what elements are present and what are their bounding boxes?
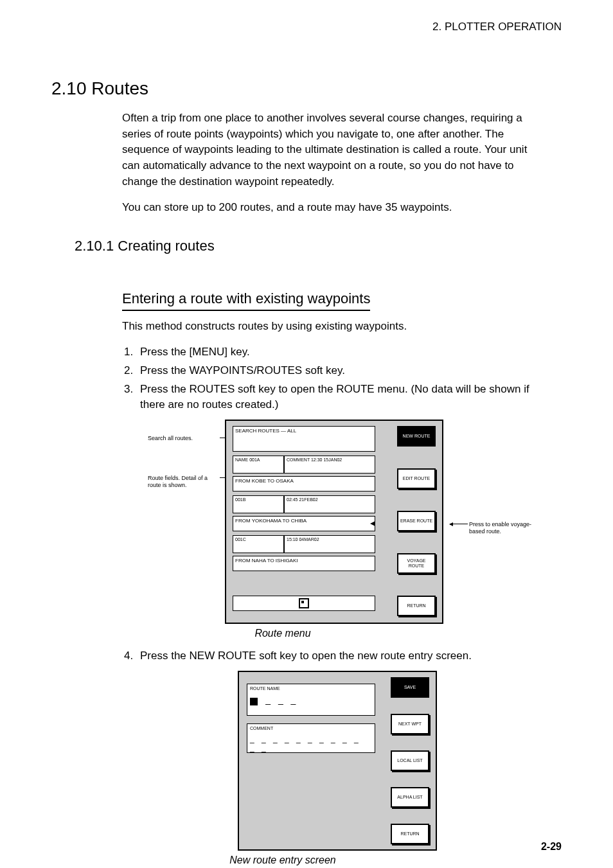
callout-voyage: Press to enable voyage-based route. bbox=[469, 521, 546, 535]
step-3: Press the ROUTES soft key to open the RO… bbox=[136, 382, 547, 413]
steps-list-cont: Press the NEW ROUTE soft key to open the… bbox=[122, 648, 547, 664]
route-comment: COMMENT 12:30 15JAN02 bbox=[284, 456, 375, 474]
step-4: Press the NEW ROUTE soft key to open the… bbox=[136, 648, 547, 664]
softkey-alpha-list[interactable]: ALPHA LIST bbox=[391, 787, 429, 808]
route-name-box[interactable]: ROUTE NAME _ _ _ bbox=[247, 684, 375, 716]
comment-box[interactable]: COMMENT _ _ _ _ _ _ _ _ _ _ _ _ bbox=[247, 723, 375, 753]
softkey-column: NEW ROUTE EDIT ROUTE ERASE ROUTE VOYAGE … bbox=[397, 426, 436, 616]
subsection-title: 2.10.1 Creating routes bbox=[75, 238, 562, 254]
route-detail-1: FROM KOBE TO OSAKA bbox=[233, 476, 375, 492]
figure2-caption: New route entry screen bbox=[122, 855, 443, 866]
softkey-local-list[interactable]: LOCAL LIST bbox=[391, 750, 429, 771]
steps-list: Press the [MENU] key. Press the WAYPOINT… bbox=[122, 344, 547, 413]
callout-route-fields: Route fields. Detail of a route is shown… bbox=[148, 475, 218, 489]
page: 2. PLOTTER OPERATION 2.10 Routes Often a… bbox=[0, 0, 613, 868]
softkey-next-wpt[interactable]: NEXT WPT bbox=[391, 714, 429, 734]
softkey-column: SAVE NEXT WPT LOCAL LIST ALPHA LIST RETU… bbox=[391, 677, 429, 844]
route-name: 001C bbox=[233, 535, 284, 553]
route-row-1: NAME 001A COMMENT 12:30 15JAN02 bbox=[233, 456, 375, 474]
softkey-return[interactable]: RETURN bbox=[391, 824, 429, 844]
figure-route-menu: SEARCH ROUTES — ALL NAME 001A COMMENT 12… bbox=[225, 420, 443, 624]
comment-label: COMMENT bbox=[250, 726, 372, 731]
softkey-voyage-route[interactable]: VOYAGE ROUTE bbox=[397, 553, 436, 574]
chapter-header: 2. PLOTTER OPERATION bbox=[432, 21, 562, 33]
route-name: 001B bbox=[233, 495, 284, 513]
cursor-indicator-icon bbox=[370, 521, 375, 526]
figure-new-route-entry: ROUTE NAME _ _ _ COMMENT _ _ _ _ _ _ _ _… bbox=[238, 671, 437, 851]
name-placeholder: _ _ _ bbox=[265, 695, 298, 705]
search-pane: SEARCH ROUTES — ALL bbox=[233, 426, 375, 452]
figure1-caption: Route menu bbox=[122, 628, 443, 639]
softkey-return[interactable]: RETURN bbox=[397, 596, 436, 616]
comment-placeholder: _ _ _ _ _ _ _ _ _ _ _ _ bbox=[250, 734, 372, 752]
figure-route-menu-area: Search all routes. Route fields. Detail … bbox=[122, 420, 546, 624]
route-row-3: 001C 15:10 04MAR02 bbox=[233, 535, 375, 553]
intro-paragraph-1: Often a trip from one place to another i… bbox=[122, 111, 546, 190]
entering-heading: Entering a route with existing waypoints bbox=[122, 290, 370, 311]
softkey-erase-route[interactable]: ERASE ROUTE bbox=[397, 511, 436, 531]
section-title: 2.10 Routes bbox=[51, 78, 562, 99]
bottom-bar bbox=[233, 596, 375, 611]
figure-new-route-area: ROUTE NAME _ _ _ COMMENT _ _ _ _ _ _ _ _… bbox=[122, 671, 546, 851]
intro-paragraph-2: You can store up to 200 routes, and a ro… bbox=[122, 200, 546, 216]
callout-search: Search all routes. bbox=[148, 435, 218, 442]
step-1: Press the [MENU] key. bbox=[136, 344, 547, 360]
softkey-edit-route[interactable]: EDIT ROUTE bbox=[397, 468, 436, 489]
softkey-save[interactable]: SAVE bbox=[391, 677, 429, 698]
page-number: 2-29 bbox=[541, 841, 562, 853]
entering-description: This method constructs routes by using e… bbox=[122, 319, 546, 335]
softkey-new-route[interactable]: NEW ROUTE bbox=[397, 426, 436, 447]
route-detail-3: FROM NAHA TO ISHIGAKI bbox=[233, 556, 375, 571]
name-label: ROUTE NAME bbox=[250, 686, 372, 691]
route-detail-2: FROM YOKOHAMA TO CHIBA bbox=[233, 516, 375, 531]
route-row-2: 001B 02:45 21FEB02 bbox=[233, 495, 375, 513]
route-comment: 02:45 21FEB02 bbox=[284, 495, 375, 513]
route-name: NAME 001A bbox=[233, 456, 284, 474]
text-cursor-icon bbox=[250, 698, 258, 705]
route-comment: 15:10 04MAR02 bbox=[284, 535, 375, 553]
preview-icon bbox=[299, 598, 309, 608]
step-2: Press the WAYPOINTS/ROUTES soft key. bbox=[136, 363, 547, 379]
